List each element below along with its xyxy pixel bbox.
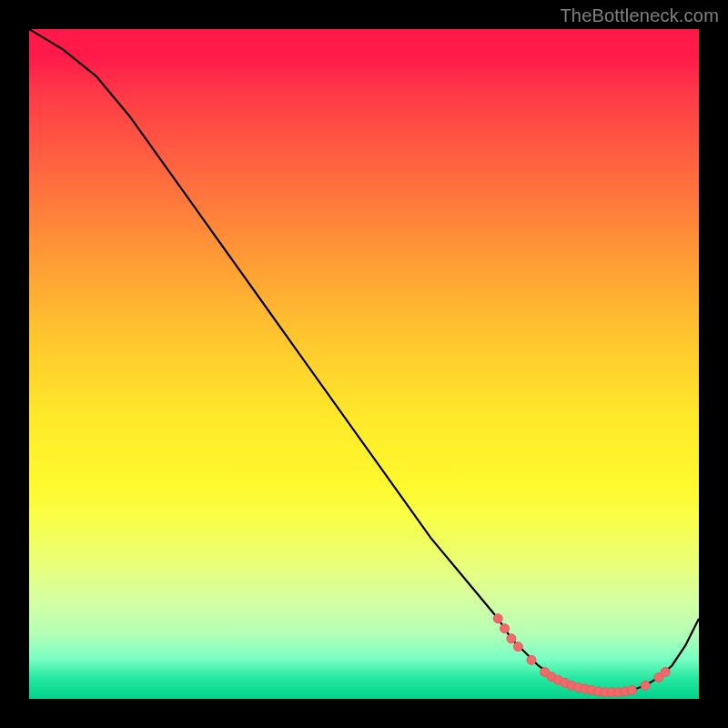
curve-marker bbox=[627, 685, 636, 694]
plot-area bbox=[29, 29, 699, 699]
chart-frame: TheBottleneck.com bbox=[0, 0, 728, 728]
watermark-text: TheBottleneck.com bbox=[560, 5, 719, 26]
curve-markers bbox=[493, 614, 670, 697]
bottleneck-curve bbox=[29, 29, 699, 693]
curve-marker bbox=[641, 681, 650, 690]
curve-marker bbox=[507, 634, 516, 643]
curve-marker bbox=[493, 614, 502, 623]
curve-marker bbox=[661, 668, 670, 677]
curve-marker bbox=[513, 642, 522, 652]
curve-marker bbox=[527, 655, 536, 664]
chart-svg bbox=[29, 29, 699, 699]
curve-marker bbox=[500, 624, 510, 633]
